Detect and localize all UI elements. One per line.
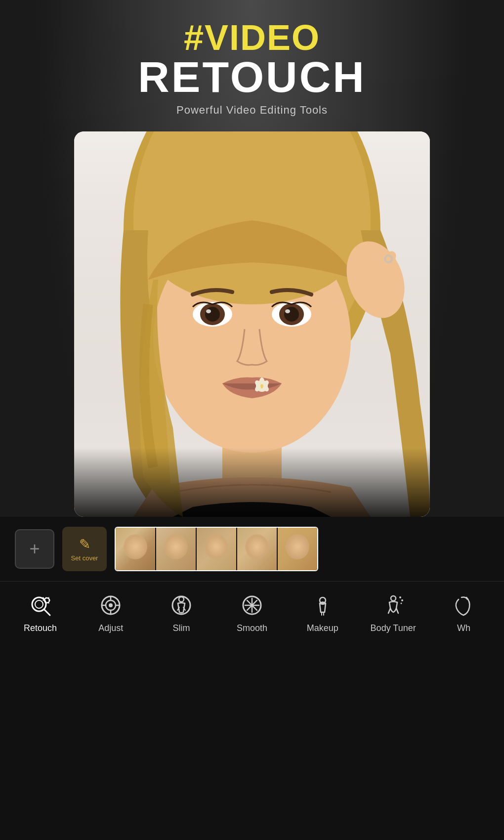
whitening-label: Wh [457,623,470,633]
svg-point-29 [35,600,43,608]
main-content: #VIDEO RETOUCH Powerful Video Editing To… [0,0,504,840]
timeline-area: + ✎ Set cover [0,517,504,581]
retouch-label: Retouch [24,623,57,633]
svg-point-34 [109,603,113,607]
makeup-icon [309,591,336,619]
plus-icon: + [29,540,40,558]
video-strip [115,527,318,571]
video-frame-2 [156,528,196,570]
svg-point-14 [285,309,290,313]
video-frame-4 [237,528,277,570]
subtitle-text: Powerful Video Editing Tools [138,104,366,117]
tool-slim[interactable]: Slim [157,591,206,633]
retouch-icon [26,591,54,619]
svg-point-44 [399,596,401,598]
makeup-label: Makeup [307,623,338,633]
tool-whitening[interactable]: Wh [439,591,488,633]
body-tuner-icon [379,591,407,619]
main-image-container [74,131,430,517]
slim-label: Slim [173,623,190,633]
add-media-button[interactable]: + [15,529,54,569]
smooth-label: Smooth [237,623,267,633]
title-line2: RETOUCH [138,55,366,99]
tool-retouch[interactable]: Retouch [15,591,65,633]
bottom-toolbar: Retouch Adjust [0,581,504,648]
tool-adjust[interactable]: Adjust [86,591,135,633]
portrait-image [74,131,430,517]
svg-point-35 [172,596,190,614]
video-frame-5 [278,528,317,570]
smooth-icon [238,591,266,619]
body-tuner-label: Body Tuner [371,623,416,633]
svg-line-30 [44,609,50,615]
svg-point-9 [205,307,220,322]
video-frame-3 [197,528,236,570]
whitening-icon [450,591,477,619]
video-frame-1 [116,528,155,570]
set-cover-button[interactable]: ✎ Set cover [62,527,107,571]
svg-point-13 [284,307,299,322]
set-cover-label: Set cover [71,554,98,562]
camera-icon: ✎ [79,536,90,552]
header-section: #VIDEO RETOUCH Powerful Video Editing To… [128,0,376,126]
tool-makeup[interactable]: Makeup [298,591,347,633]
hashtag-text: #VIDEO [184,18,320,57]
adjust-icon [97,591,125,619]
tool-body-tuner[interactable]: Body Tuner [369,591,418,633]
svg-point-36 [179,597,184,602]
tool-smooth[interactable]: Smooth [227,591,277,633]
svg-rect-27 [74,448,430,517]
svg-point-46 [400,603,402,604]
svg-point-10 [206,309,211,313]
slim-icon [168,591,195,619]
title-line1: #VIDEO [138,20,366,55]
svg-point-43 [391,596,396,601]
portrait-svg [74,131,430,517]
svg-point-45 [401,599,403,601]
bottom-section: + ✎ Set cover [0,517,504,840]
adjust-label: Adjust [98,623,123,633]
